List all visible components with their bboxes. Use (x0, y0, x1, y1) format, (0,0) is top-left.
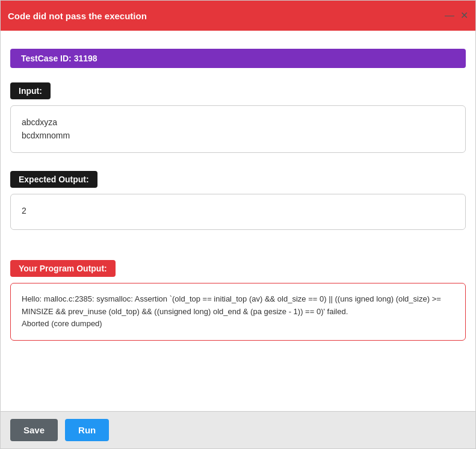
footer: Save Run (1, 411, 475, 448)
program-output-box: Hello: malloc.c:2385: sysmalloc: Asserti… (10, 283, 466, 341)
save-button[interactable]: Save (10, 419, 58, 441)
testcase-badge: TestCase ID: 31198 (10, 49, 466, 68)
title-bar: Code did not pass the execution — ✕ (1, 1, 475, 31)
title-bar-controls: — ✕ (445, 11, 468, 20)
program-output-label: Your Program Output: (10, 260, 116, 277)
program-output-section: Your Program Output: Hello: malloc.c:238… (10, 260, 466, 353)
content-area: TestCase ID: 31198 Input: abcdxyza bcdxm… (1, 31, 475, 411)
input-box: abcdxyza bcdxmnomm (10, 105, 466, 153)
expected-output-box: 2 (10, 194, 466, 230)
input-label: Input: (10, 82, 51, 99)
close-button[interactable]: ✕ (460, 11, 468, 20)
main-window: Code did not pass the execution — ✕ Test… (0, 0, 476, 449)
expected-output-label: Expected Output: (10, 171, 97, 188)
minimize-button[interactable]: — (445, 11, 454, 20)
input-section: Input: abcdxyza bcdxmnomm (10, 82, 466, 165)
run-button[interactable]: Run (65, 419, 109, 441)
program-output-value: Hello: malloc.c:2385: sysmalloc: Asserti… (22, 293, 454, 330)
expected-output-value: 2 (22, 206, 26, 215)
input-value: abcdxyza bcdxmnomm (22, 116, 454, 143)
title-bar-text: Code did not pass the execution (8, 11, 147, 21)
expected-output-section: Expected Output: 2 (10, 171, 466, 242)
